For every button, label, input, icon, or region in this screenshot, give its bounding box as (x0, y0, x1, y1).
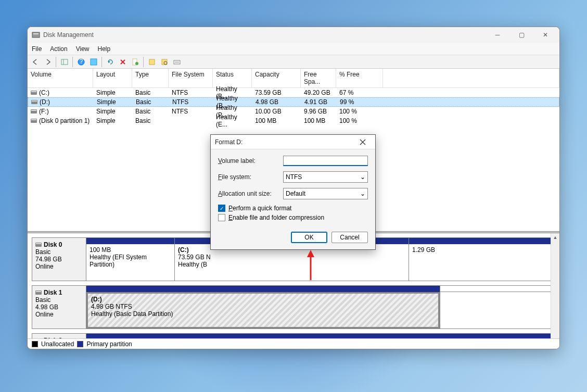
col-capacity[interactable]: Capacity (252, 69, 301, 87)
file-system-select[interactable]: NTFS ⌄ (283, 171, 368, 183)
partition[interactable]: 100 MBHealthy (EFI System Partition) (86, 238, 175, 281)
maximize-button[interactable]: ▢ (509, 28, 533, 42)
col-extra (383, 69, 559, 87)
table-row[interactable]: (Disk 0 partition 1) Simple Basic Health… (28, 116, 559, 125)
allocation-size-select[interactable]: Default ⌄ (283, 188, 368, 199)
col-free[interactable]: Free Spa... (301, 69, 336, 87)
col-pctfree[interactable]: % Free (336, 69, 383, 87)
chevron-down-icon: ⌄ (360, 173, 365, 181)
explore-icon[interactable] (159, 56, 170, 68)
legend: Unallocated Primary partition (28, 338, 559, 349)
col-volume[interactable]: Volume (28, 69, 93, 87)
minimize-button[interactable]: ─ (486, 28, 509, 42)
partition-header (86, 334, 555, 339)
svg-rect-6 (91, 59, 97, 65)
dialog-close-button[interactable] (354, 136, 371, 148)
properties-icon[interactable] (130, 56, 141, 68)
col-filesystem[interactable]: File System (169, 69, 213, 87)
ok-button[interactable]: OK (291, 232, 327, 243)
allocation-size-label: Allocation unit size: (218, 190, 278, 197)
menu-file[interactable]: File (32, 45, 42, 53)
app-icon (32, 31, 40, 39)
refresh-icon[interactable] (88, 56, 99, 68)
volume-icon (31, 100, 37, 104)
close-button[interactable]: ✕ (533, 28, 557, 42)
format-icon[interactable] (146, 56, 158, 68)
partition-empty (440, 286, 555, 328)
chevron-down-icon: ⌄ (360, 190, 365, 197)
disk-label[interactable]: Disk 2 Basic 10.00 GB (32, 334, 86, 339)
partition-header (409, 238, 555, 244)
volume-label-input[interactable] (283, 156, 368, 166)
volume-table: (C:) Simple Basic NTFS Healthy (B... 73.… (28, 88, 559, 125)
forward-button[interactable] (42, 56, 54, 68)
disk-label[interactable]: Disk 1 Basic 4.98 GB Online (32, 286, 86, 328)
legend-unallocated-label: Unallocated (41, 340, 74, 348)
svg-rect-14 (175, 61, 179, 63)
legend-primary-swatch (77, 341, 83, 347)
disk-icon (35, 338, 42, 339)
disk-row: Disk 2 Basic 10.00 GB (F:)10.00 GB NTFS (32, 333, 555, 339)
legend-primary-label: Primary partition (86, 340, 132, 348)
format-dialog: Format D: Volume label: File system: NTF… (210, 134, 376, 250)
table-header: Volume Layout Type File System Status Ca… (28, 69, 559, 88)
toolbar: ? (28, 55, 559, 69)
compression-label: Enable file and folder compression (228, 214, 324, 221)
svg-rect-1 (33, 33, 39, 34)
svg-rect-10 (149, 59, 155, 65)
menu-action[interactable]: Action (50, 45, 67, 53)
menu-help[interactable]: Help (98, 45, 111, 53)
partition-header (86, 286, 440, 292)
vertical-scrollbar[interactable]: ▲ (551, 233, 559, 339)
compression-checkbox[interactable] (218, 214, 225, 221)
window-title: Disk Management (43, 31, 486, 39)
refresh-button[interactable] (105, 56, 116, 68)
quick-format-checkbox[interactable]: ✓ (218, 205, 225, 212)
svg-marker-7 (108, 60, 110, 63)
titlebar[interactable]: Disk Management ─ ▢ ✕ (28, 27, 559, 43)
partition[interactable]: (F:)10.00 GB NTFS (86, 334, 555, 339)
scroll-up-icon[interactable]: ▲ (551, 233, 559, 242)
volume-icon (31, 119, 37, 123)
menu-view[interactable]: View (76, 45, 90, 53)
show-hide-tree-button[interactable] (59, 56, 70, 68)
table-row[interactable]: (F:) Simple Basic NTFS Healthy (P... 10.… (28, 107, 559, 116)
partition-selected[interactable]: (D:) 4.98 GB NTFS Healthy (Basic Data Pa… (86, 286, 440, 328)
legend-unallocated-swatch (32, 341, 38, 347)
svg-rect-0 (32, 32, 40, 37)
dialog-title: Format D: (215, 138, 354, 146)
settings-icon[interactable] (171, 56, 183, 68)
svg-rect-2 (61, 59, 68, 65)
table-row[interactable]: (C:) Simple Basic NTFS Healthy (B... 73.… (28, 88, 559, 97)
back-button[interactable] (30, 56, 41, 68)
disk-icon (35, 243, 42, 247)
disk-icon (35, 290, 42, 295)
svg-point-9 (135, 62, 138, 65)
quick-format-label: Perform a quick format (228, 205, 291, 212)
disk-row: Disk 1 Basic 4.98 GB Online (D:) 4.98 GB… (32, 285, 555, 329)
help-icon[interactable]: ? (75, 56, 87, 68)
cancel-button[interactable]: Cancel (331, 232, 368, 243)
close-icon (360, 139, 366, 145)
volume-icon (31, 109, 37, 113)
table-row-selected[interactable]: (D:) Simple Basic NTFS Healthy (B... 4.9… (28, 97, 559, 107)
svg-text:?: ? (80, 58, 83, 65)
menubar: File Action View Help (28, 43, 559, 55)
disk-label[interactable]: Disk 0 Basic 74.98 GB Online (32, 238, 86, 281)
volume-label-label: Volume label: (218, 157, 278, 165)
delete-icon[interactable] (117, 56, 129, 68)
col-type[interactable]: Type (132, 69, 169, 87)
col-layout[interactable]: Layout (93, 69, 132, 87)
partition-header (86, 238, 174, 244)
dialog-titlebar[interactable]: Format D: (211, 135, 375, 149)
volume-icon (31, 91, 37, 95)
file-system-label: File system: (218, 173, 278, 181)
partition[interactable]: 1.29 GB (409, 238, 555, 281)
